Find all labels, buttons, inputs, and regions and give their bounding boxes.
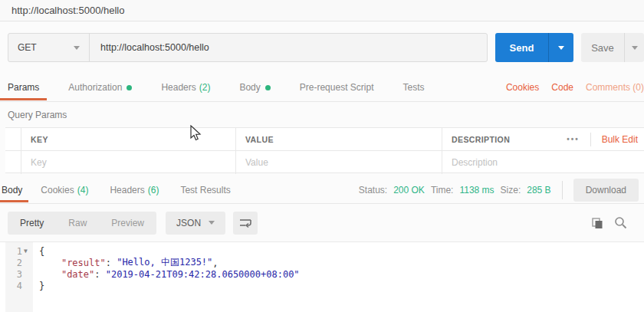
request-tab-params[interactable]: Params: [0, 74, 47, 101]
format-select[interactable]: JSON: [166, 212, 225, 235]
line-number-gutter: 1▼2▼3▼4▼: [5, 242, 33, 312]
code-token-plain: [39, 269, 61, 280]
view-pretty-button[interactable]: Pretty: [8, 212, 56, 235]
request-tabs: ParamsAuthorizationHeaders(2)BodyPre-req…: [0, 74, 446, 101]
code-token-plain: ,: [212, 258, 218, 268]
copy-button[interactable]: [591, 217, 603, 229]
query-params-table: KEY VALUE DESCRIPTION ••• Bulk Edit: [5, 127, 644, 173]
url-input[interactable]: [90, 34, 487, 61]
comments-link[interactable]: Comments (0): [586, 82, 644, 93]
divider: [562, 181, 563, 199]
line-number-text: 1: [17, 246, 22, 257]
search-button[interactable]: [614, 216, 627, 229]
code-line: }: [39, 280, 644, 291]
chevron-down-icon: [558, 46, 564, 50]
chevron-down-icon: [74, 46, 80, 50]
tab-label: Tests: [402, 82, 424, 93]
line-number: 2▼: [5, 257, 33, 268]
code-token-string: "Hello, 中国1235!": [117, 256, 212, 269]
request-tab-title[interactable]: http://localhost:5000/hello: [0, 5, 124, 16]
view-preview-button[interactable]: Preview: [99, 212, 156, 235]
status-badge: 200 OK: [393, 185, 425, 195]
code-token-plain: [39, 258, 61, 268]
more-options-icon[interactable]: •••: [556, 135, 590, 143]
request-tab-pre-request-script[interactable]: Pre-request Script: [292, 74, 382, 101]
table-row: [5, 151, 644, 174]
tab-label: Params: [8, 82, 39, 93]
copy-icon: [591, 217, 603, 229]
code-area[interactable]: { "result": "Hello, 中国1235!", "date": "2…: [33, 242, 644, 312]
wrap-lines-button[interactable]: [233, 212, 258, 235]
green-dot-indicator: [265, 85, 271, 90]
response-tab-cookies[interactable]: Cookies(4): [34, 177, 94, 203]
request-builder: GET Send Save: [0, 21, 644, 74]
tab-count-badge: (4): [77, 185, 89, 195]
send-options-button[interactable]: [548, 33, 573, 62]
request-tab-bar: http://localhost:5000/hello: [0, 0, 644, 21]
request-tab-authorization[interactable]: Authorization: [61, 74, 140, 101]
format-label: JSON: [176, 218, 201, 228]
response-toolbar: PrettyRawPreview JSON: [0, 204, 644, 242]
tab-label: Cookies: [41, 185, 74, 195]
request-tab-tests[interactable]: Tests: [395, 74, 432, 101]
query-params-title: Query Params: [8, 110, 67, 120]
request-tab-headers[interactable]: Headers(2): [153, 74, 218, 101]
code-link[interactable]: Code: [551, 82, 573, 93]
time-value: 1138 ms: [459, 185, 494, 195]
line-number: 3▼: [5, 268, 33, 280]
tab-label: Body: [2, 185, 22, 195]
request-tab-body[interactable]: Body: [232, 74, 278, 101]
response-tab-headers[interactable]: Headers(6): [104, 177, 165, 203]
value-input[interactable]: [245, 157, 432, 168]
size-value: 285 B: [527, 185, 550, 195]
row-handle-column: [5, 128, 21, 150]
cookies-link[interactable]: Cookies: [506, 82, 539, 93]
code-token-plain: }: [39, 281, 44, 291]
green-dot-indicator: [127, 85, 132, 90]
code-token-key: "date": [61, 269, 94, 280]
response-tab-body[interactable]: Body: [0, 177, 28, 203]
line-number: 1▼: [5, 245, 33, 257]
code-line: {: [39, 245, 644, 257]
status-label: Status:: [359, 185, 387, 195]
tab-count-badge: (2): [199, 82, 211, 93]
line-number-text: 4: [17, 281, 22, 291]
tab-count-badge: (6): [148, 185, 159, 195]
code-line: "result": "Hello, 中国1235!",: [39, 257, 644, 268]
response-tab-test-results[interactable]: Test Results: [174, 177, 236, 203]
key-input[interactable]: [31, 157, 225, 168]
description-input[interactable]: [452, 157, 634, 168]
row-handle[interactable]: [5, 151, 21, 174]
fold-toggle-icon[interactable]: ▼: [24, 248, 31, 255]
line-number-text: 2: [17, 258, 22, 268]
tab-label: Test Results: [180, 185, 230, 195]
save-button[interactable]: Save: [581, 33, 624, 62]
save-options-button[interactable]: [624, 33, 644, 62]
download-button[interactable]: Download: [573, 179, 639, 202]
code-token-plain: :: [106, 258, 117, 268]
time-label: Time:: [431, 185, 454, 195]
chevron-down-icon: [209, 221, 215, 225]
tab-label: Headers: [110, 185, 144, 195]
query-params-section: Query Params: [0, 102, 644, 127]
response-body-editor[interactable]: 1▼2▼3▼4▼ { "result": "Hello, 中国1235!", "…: [0, 242, 644, 312]
send-button-group: Send: [495, 33, 573, 62]
response-meta: Status: 200 OK Time: 1138 ms Size: 285 B…: [359, 177, 644, 203]
code-token-plain: :: [94, 269, 105, 280]
view-raw-button[interactable]: Raw: [56, 212, 99, 235]
tab-label: Pre-request Script: [300, 82, 374, 93]
code-token-string: "2019-04-21T09:42:28.0650000+08:00": [106, 269, 300, 280]
send-button[interactable]: Send: [495, 33, 548, 62]
postman-app: { "tab_bar": { "title": "http://localhos…: [0, 0, 644, 312]
code-line: "date": "2019-04-21T09:42:28.0650000+08:…: [39, 268, 644, 280]
request-links: Cookies Code Comments (0): [506, 74, 644, 101]
tab-label: Headers: [161, 82, 196, 93]
bulk-edit-link[interactable]: Bulk Edit: [591, 134, 644, 145]
code-token-plain: {: [39, 246, 44, 257]
chevron-down-icon: [632, 46, 638, 50]
key-column-header: KEY: [21, 128, 236, 150]
method-label: GET: [18, 42, 37, 53]
method-select[interactable]: GET: [8, 34, 90, 61]
wrap-lines-icon: [238, 215, 253, 231]
value-column-header: VALUE: [236, 128, 442, 150]
